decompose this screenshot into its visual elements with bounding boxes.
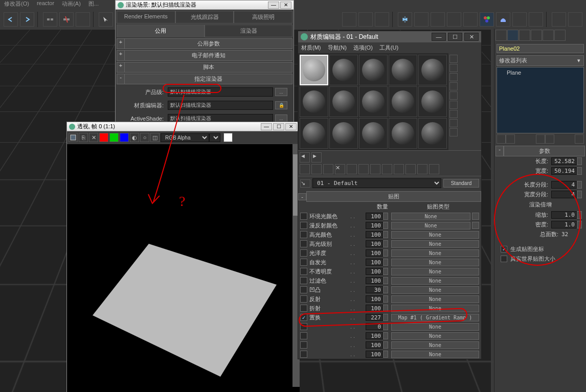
hierarchy-tab-icon[interactable] [519,30,530,41]
width-spinner[interactable] [577,167,582,175]
mono-icon[interactable]: ○ [140,133,149,142]
map-amount-spinner[interactable] [383,332,388,339]
map-slot-button[interactable]: None [391,222,470,229]
gen-mapping-checkbox[interactable] [501,246,507,252]
map-slot-button[interactable]: None [391,351,479,358]
density-field[interactable]: 1.0 [551,221,577,228]
modifier-stack[interactable]: Plane [497,67,584,133]
map-amount-spinner[interactable] [383,351,388,358]
material-slot-1[interactable] [300,55,328,85]
tab-raytracer[interactable]: 光线跟踪器 [175,11,234,24]
length-segs-spinner[interactable] [577,181,582,189]
options-icon[interactable] [449,110,458,118]
redo-icon[interactable] [20,12,34,27]
map-enable-checkbox[interactable] [300,259,307,266]
select-object-icon[interactable] [99,12,113,27]
map-enable-checkbox[interactable] [300,231,307,238]
show-end-icon[interactable] [405,164,416,174]
minimize-icon[interactable]: — [261,123,272,130]
rollout-scripts[interactable]: +脚本 [117,62,292,73]
map-amount-spinner[interactable] [383,277,388,284]
maximize-icon[interactable]: ☐ [448,33,462,41]
map-enable-checkbox[interactable] [300,295,307,303]
display-tab-icon[interactable] [543,30,554,41]
material-slot-10[interactable] [418,86,447,117]
density-spinner[interactable] [577,221,582,228]
go-to-sibling-icon[interactable] [429,164,439,174]
backlight-icon[interactable] [449,64,458,72]
map-amount-field[interactable]: 100 [366,231,383,238]
map-slot-button[interactable]: None [391,240,479,248]
background-icon[interactable] [449,73,458,81]
channel-select[interactable]: RGB Alpha [161,133,209,142]
map-enable-checkbox[interactable] [300,277,307,284]
put-to-lib-icon[interactable] [370,164,380,174]
object-name-field[interactable]: Plane02 [497,44,584,53]
map-enable-checkbox[interactable] [300,305,307,312]
close-icon[interactable]: ✕ [464,33,479,41]
real-world-checkbox[interactable] [501,256,507,262]
modifier-list-dropdown[interactable]: 修改器列表▾ [497,55,584,66]
modify-tab-icon[interactable] [507,30,519,41]
map-amount-spinner[interactable] [383,222,388,229]
map-enable-checkbox[interactable] [300,222,307,229]
mirror-icon[interactable] [398,12,412,27]
go-parent-icon[interactable]: ◄ [300,152,310,163]
configure-sets-icon[interactable] [575,134,584,144]
tab-advanced-lighting[interactable]: 高级照明 [234,11,292,24]
map-amount-field[interactable]: 30 [366,286,383,293]
get-material-icon[interactable] [300,164,310,174]
rollout-assign-renderer[interactable]: -指定渲染器 [117,74,292,84]
map-amount-spinner[interactable] [383,213,388,220]
menu-material[interactable]: 材质(M) [301,44,321,51]
schematic-icon[interactable] [463,12,478,27]
map-amount-field[interactable]: 100 [366,305,383,312]
map-amount-field[interactable]: 100 [366,222,383,229]
material-slot-9[interactable] [389,86,417,117]
map-amount-field[interactable]: 100 [366,240,383,247]
sample-type-icon[interactable] [449,55,458,63]
map-amount-field[interactable]: 100 [366,268,383,275]
map-amount-spinner[interactable] [383,240,388,247]
scale-spinner[interactable] [577,211,582,219]
map-enable-checkbox[interactable] [300,351,307,358]
map-amount-spinner[interactable] [383,323,388,330]
map-slot-button[interactable]: None [391,323,479,331]
put-to-scene-icon[interactable] [311,164,322,174]
alpha-channel-icon[interactable]: ◐ [130,133,139,142]
map-amount-spinner[interactable] [383,286,388,293]
red-channel-icon[interactable] [99,133,108,142]
curve-editor-icon[interactable] [447,12,461,27]
color-swatch[interactable] [223,133,233,142]
tab-render-elements[interactable]: Render Elements [117,11,175,24]
material-type-button[interactable]: Standard [443,179,479,188]
material-menubar[interactable]: 材质(M) 导航(N) 选项(O) 工具(U) [298,42,481,53]
map-slot-button[interactable]: None [391,332,479,340]
map-amount-field[interactable]: 100 [366,259,383,266]
blue-channel-icon[interactable] [120,133,129,142]
rollout-common-params[interactable]: +公用参数 [117,38,292,49]
map-slot-button[interactable]: None [391,295,479,303]
framebuffer-titlebar[interactable]: 透视, 帧 0 (1:1) — ☐ ✕ [67,122,299,131]
menu-reactor[interactable]: reactor [37,0,54,8]
length-spinner[interactable] [577,157,582,165]
unlink-icon[interactable] [59,12,74,27]
map-slot-button[interactable]: None [391,277,479,285]
map-slot-button[interactable]: None [391,286,479,294]
map-enable-checkbox[interactable] [300,213,307,220]
maps-rollout-header[interactable]: -贴图 [298,191,481,202]
minimize-icon[interactable]: — [268,2,279,9]
map-enable-checkbox[interactable] [300,240,307,247]
map-slot-button[interactable]: None [391,213,470,220]
material-editor-icon[interactable] [480,12,494,27]
menu-tools[interactable]: 工具(U) [379,44,398,51]
width-segs-spinner[interactable] [577,191,582,198]
material-slot-13[interactable] [359,118,388,149]
map-amount-field[interactable]: 100 [366,341,383,349]
material-editor-titlebar[interactable]: 材质编辑器 - 01 - Default — ☐ ✕ [298,31,481,42]
utilities-tab-icon[interactable] [554,30,566,41]
stack-item-plane[interactable]: Plane [507,70,581,76]
toggle-icon[interactable]: ◫ [150,133,160,142]
maximize-icon[interactable]: ☐ [273,123,284,130]
lock-icon[interactable] [472,213,479,220]
